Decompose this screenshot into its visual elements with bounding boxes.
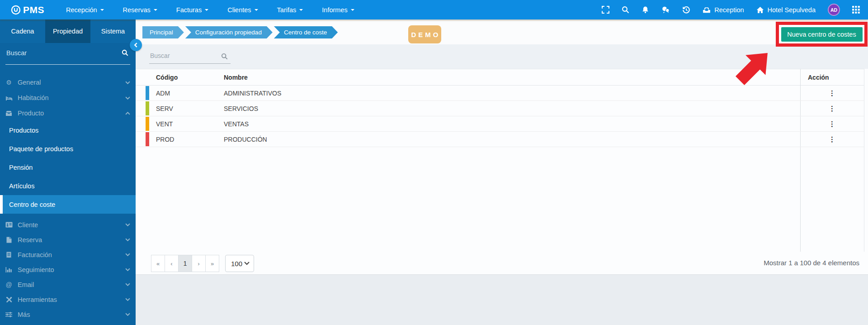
table-row[interactable]: SERV SERVICIOS ⋮ — [136, 101, 864, 116]
menu-tarifas[interactable]: Tarifas — [277, 6, 303, 14]
main-content: Principal Configuración propiedad Centro… — [136, 19, 868, 325]
breadcrumb: Principal Configuración propiedad Centro… — [142, 26, 339, 38]
bed-icon — [5, 95, 13, 101]
chevron-down-icon — [125, 313, 130, 316]
sidebar-search-input[interactable] — [6, 49, 115, 57]
search-icon[interactable] — [622, 6, 629, 14]
chevron-left-icon — [134, 43, 138, 48]
page-prev-button[interactable]: ‹ — [165, 255, 179, 272]
pms-logo-text: PMS — [23, 5, 44, 15]
chat-messages-icon[interactable] — [661, 6, 670, 14]
user-avatar[interactable]: AD — [828, 4, 840, 16]
tab-propiedad[interactable]: Propiedad — [45, 19, 90, 43]
topnav-right: Reception Hotel Sepulveda AD — [602, 4, 860, 16]
menu-facturas[interactable]: Facturas — [176, 6, 208, 14]
chevron-down-icon — [125, 238, 130, 241]
fullscreen-icon[interactable] — [602, 6, 609, 14]
top-menus: Recepción Reservas Facturas Clientes Tar… — [66, 6, 354, 14]
search-icon[interactable] — [221, 53, 228, 60]
row-color-bar — [146, 132, 149, 146]
table-panel: Código Nombre Acción ADM ADMINISTRATIVOS… — [136, 69, 868, 274]
home-icon — [756, 6, 764, 14]
sidebar-item-mas[interactable]: Más — [0, 307, 136, 322]
page-first-button[interactable]: « — [151, 255, 165, 272]
chevron-down-icon — [154, 9, 157, 11]
sidebar-subitem-paquete-de-productos[interactable]: Paquete de productos — [0, 139, 136, 158]
tab-cadena[interactable]: Cadena — [0, 19, 45, 43]
cell-codigo: SERV — [156, 105, 173, 112]
page-last-button[interactable]: » — [205, 255, 219, 272]
chevron-down-icon — [125, 96, 130, 100]
box-icon — [5, 110, 13, 116]
tools-icon — [5, 296, 13, 303]
column-header-nombre: Nombre — [224, 74, 248, 81]
cell-codigo: ADM — [156, 90, 170, 97]
menu-informes[interactable]: Informes — [322, 6, 354, 14]
sidebar-item-seguimiento[interactable]: Seguimiento — [0, 262, 136, 277]
breadcrumb-configuracion-propiedad[interactable]: Configuración propiedad — [185, 26, 273, 38]
history-icon[interactable] — [682, 6, 690, 14]
reception-label: Reception — [714, 6, 744, 14]
chevron-down-icon — [125, 283, 130, 286]
gears-icon: ⚙ — [5, 79, 13, 86]
chevron-down-icon — [125, 298, 130, 301]
reception-shortcut[interactable]: Reception — [703, 6, 744, 14]
sidebar-item-reserva[interactable]: Reserva — [0, 232, 136, 247]
chevron-down-icon — [255, 9, 258, 11]
notifications-bell-icon[interactable] — [642, 6, 649, 14]
menu-clientes[interactable]: Clientes — [227, 6, 258, 14]
search-icon[interactable] — [122, 49, 128, 56]
cell-nombre: PRODUCCIÓN — [224, 136, 267, 143]
tab-sistema[interactable]: Sistema — [90, 19, 136, 43]
pms-logo-icon — [11, 5, 21, 15]
sidebar-collapse-toggle[interactable] — [130, 39, 142, 51]
row-color-bar — [146, 117, 149, 131]
sidebar-menu-bottom: Cliente Reserva Facturación Seguimiento … — [0, 217, 136, 322]
sidebar-item-cliente[interactable]: Cliente — [0, 217, 136, 232]
breadcrumb-row: Principal Configuración propiedad Centro… — [136, 19, 868, 44]
pager: « ‹ 1 › » — [151, 255, 219, 272]
producto-submenu: Productos Paquete de productos Pensión A… — [0, 121, 136, 214]
sidebar-subitem-pension[interactable]: Pensión — [0, 158, 136, 177]
column-header-accion: Acción — [808, 74, 829, 81]
menu-recepcion[interactable]: Recepción — [66, 6, 104, 14]
hotel-shortcut[interactable]: Hotel Sepulveda — [756, 6, 816, 14]
cell-codigo: PROD — [156, 136, 174, 143]
menu-reservas[interactable]: Reservas — [123, 6, 157, 14]
table-row[interactable]: VENT VENTAS ⋮ — [136, 116, 864, 132]
row-actions-kebab-icon[interactable]: ⋮ — [829, 90, 835, 96]
table-search-input[interactable] — [149, 49, 217, 59]
pms-logo[interactable]: PMS — [11, 5, 44, 15]
row-color-bar — [146, 86, 149, 100]
chevron-down-icon — [299, 9, 303, 11]
page-size-select[interactable]: 100 — [225, 255, 254, 272]
apps-grid-icon[interactable] — [852, 6, 860, 14]
sidebar-item-general[interactable]: ⚙ General — [0, 75, 136, 90]
sidebar-item-herramientas[interactable]: Herramientas — [0, 292, 136, 307]
breadcrumb-principal[interactable]: Principal — [142, 26, 184, 38]
id-card-icon — [5, 222, 13, 228]
sidebar-subitem-productos[interactable]: Productos — [0, 121, 136, 139]
row-actions-kebab-icon[interactable]: ⋮ — [829, 121, 835, 127]
table-row[interactable]: ADM ADMINISTRATIVOS ⋮ — [136, 86, 864, 101]
table-body: ADM ADMINISTRATIVOS ⋮ SERV SERVICIOS ⋮ V… — [136, 86, 864, 147]
sidebar-item-producto[interactable]: Producto — [0, 105, 136, 121]
row-actions-kebab-icon[interactable]: ⋮ — [829, 136, 835, 143]
page-1-button[interactable]: 1 — [178, 255, 192, 272]
sidebar-item-email[interactable]: @ Email — [0, 277, 136, 292]
row-actions-kebab-icon[interactable]: ⋮ — [829, 105, 835, 112]
sliders-icon — [5, 312, 13, 317]
new-cost-center-button[interactable]: Nueva centro de costes — [781, 27, 863, 42]
sidebar-subitem-centro-de-coste[interactable]: Centro de coste — [0, 195, 136, 214]
table-row[interactable]: PROD PRODUCCIÓN ⋮ — [136, 132, 864, 147]
chevron-down-icon — [244, 262, 250, 265]
sidebar-item-facturacion[interactable]: Facturación — [0, 247, 136, 262]
page-next-button[interactable]: › — [192, 255, 206, 272]
page-background — [136, 274, 868, 325]
sidebar-item-habitacion[interactable]: Habitación — [0, 90, 136, 105]
breadcrumb-centro-de-coste[interactable]: Centro de coste — [274, 26, 338, 38]
chevron-down-icon — [351, 9, 354, 11]
sidebar-tabs: Cadena Propiedad Sistema — [0, 19, 136, 43]
sidebar-subitem-articulos[interactable]: Artículos — [0, 177, 136, 195]
receipt-icon — [5, 252, 13, 258]
